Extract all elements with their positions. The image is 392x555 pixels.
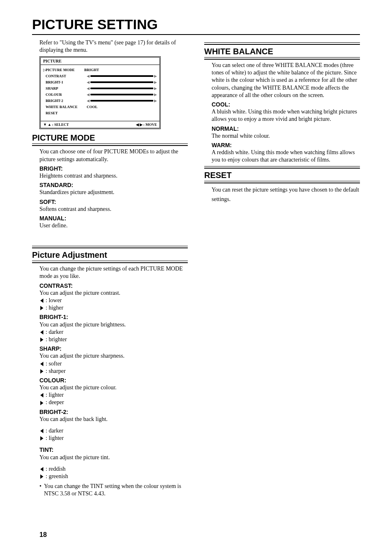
section-intro: You can select one of three WHITE BALANC… [212, 62, 360, 99]
reset-text: You can reset the picture settings you h… [212, 185, 360, 204]
sub-heading: TINT: [39, 446, 188, 453]
sub-heading: COOL: [212, 101, 360, 108]
chevron-up-icon: ▲ [48, 123, 51, 127]
page-number: 18 [39, 531, 47, 539]
left-column: Refer to "Using the TV's menu" (see page… [32, 39, 188, 498]
chevron-left-icon: ◀ [87, 92, 90, 97]
footer-move-label: : MOVE [143, 123, 157, 127]
slider: ◀▶ [87, 80, 157, 84]
menu-box-body: ▷ PICTURE MODE BRIGHT CONTRAST ◀▶ BRIGHT… [41, 65, 159, 121]
section-reset: RESET You can reset the picture settings… [204, 166, 360, 204]
chevron-left-icon: ◀ [40, 428, 44, 434]
chevron-left-icon: ◀ [40, 392, 44, 398]
chevron-right-icon: ▶ [40, 474, 44, 479]
menu-row: SHARP ◀▶ [43, 85, 157, 91]
sub-text: You can adjust the picture sharpness. [39, 352, 188, 360]
sub-heading: NORMAL: [212, 125, 360, 132]
menu-label: COLOUR [46, 92, 87, 97]
section-intro: You can change the picture settings of e… [39, 265, 188, 280]
direction-left: ◀ : darker [39, 427, 188, 435]
sub-text: User define. [39, 222, 188, 229]
menu-label: SHARP [46, 86, 87, 90]
chevron-right-icon: ▶ [40, 435, 44, 441]
menu-row: RESET [43, 110, 157, 116]
direction-right: ▶ : greenish [39, 473, 188, 480]
chevron-left-icon: ◀ [87, 74, 90, 78]
chevron-right-icon: ▶ [40, 400, 44, 406]
menu-value: BRIGHT [84, 68, 99, 72]
sub-text: You can adjust the picture brightness. [39, 321, 188, 328]
sub-heading: SHARP: [39, 345, 188, 352]
sub-text: Heightens contrast and sharpness. [39, 172, 188, 180]
chevron-left-icon: ◀ [40, 329, 44, 335]
chevron-left-icon: ◀ [87, 86, 90, 90]
menu-label: CONTRAST [46, 74, 87, 78]
sub-heading: MANUAL: [39, 215, 188, 222]
menu-label: RESET [46, 111, 87, 115]
chevron-right-icon: ▶ [40, 368, 44, 374]
footer-select-label: : SELECT [52, 123, 69, 127]
menu-row: CONTRAST ◀▶ [43, 73, 157, 79]
chevron-left-icon: ◀ [40, 361, 44, 367]
menu-row: COLOUR ◀▶ [43, 91, 157, 97]
direction-left: ◀ : lower [39, 297, 188, 304]
chevron-right-icon: ▶ [140, 123, 143, 127]
sub-text: Standardizes picture adjustment. [39, 189, 188, 196]
sub-heading: BRIGHT-2: [39, 408, 188, 416]
direction-right: ▶ : deeper [39, 399, 188, 406]
note: • You can change the TINT setting when t… [39, 483, 188, 497]
section-heading: RESET [204, 171, 360, 180]
title-rule [32, 34, 360, 35]
sub-heading: STANDARD: [39, 181, 188, 189]
right-column: WHITE BALANCE You can select one of thre… [204, 39, 360, 498]
sub-heading: CONTRAST: [39, 282, 188, 289]
menu-box-title: PICTURE [41, 58, 159, 65]
menu-value: COOL [87, 105, 98, 109]
menu-box: PICTURE ▷ PICTURE MODE BRIGHT CONTRAST ◀… [39, 56, 161, 129]
direction-left: ◀ : lighter [39, 391, 188, 399]
chevron-right-icon: ▶ [154, 74, 157, 78]
sub-text: A bluish white. Using this mode when wat… [212, 108, 360, 123]
menu-row: BRIGHT-1 ◀▶ [43, 79, 157, 85]
chevron-left-icon: ◀ [40, 466, 44, 472]
slider: ◀▶ [87, 86, 157, 90]
chevron-right-icon: ▶ [40, 305, 44, 311]
chevron-left-icon: ◀ [136, 123, 139, 127]
menu-row: WHITE BALANCE COOL [43, 104, 157, 110]
slider: ◀▶ [87, 99, 157, 103]
direction-right: ▶ : brighter [39, 336, 188, 343]
sub-text: You can adjust the picture tint. [39, 454, 188, 461]
chevron-left-icon: ◀ [40, 298, 44, 303]
intro-text: Refer to "Using the TV's menu" (see page… [39, 39, 188, 54]
chevron-left-icon: ◀ [87, 99, 90, 103]
section-intro: You can choose one of four PICTURE MODEs… [39, 148, 188, 163]
chevron-right-icon: ▶ [40, 337, 44, 342]
sub-heading: COLOUR: [39, 377, 188, 384]
sub-text: A reddish white. Using this mode when wa… [212, 149, 360, 164]
section-heading: Picture Adjustment [32, 250, 188, 260]
chevron-right-icon: ▶ [154, 99, 157, 103]
direction-right: ▶ : lighter [39, 435, 188, 442]
sub-heading: BRIGHT-1: [39, 313, 188, 321]
slider: ◀▶ [87, 74, 157, 78]
menu-row: BRIGHT-2 ◀▶ [43, 97, 157, 104]
sub-heading: BRIGHT: [39, 165, 188, 172]
sub-text: You can adjust the picture contrast. [39, 289, 188, 297]
slider: ◀▶ [87, 92, 157, 97]
menu-label: WHITE BALANCE [46, 105, 87, 109]
direction-left: ◀ : reddish [39, 465, 188, 473]
sub-text: Softens contrast and sharpness. [39, 206, 188, 213]
sub-text: You can adjust the back light. [39, 416, 188, 423]
section-picture-adjustment: Picture Adjustment You can change the pi… [32, 246, 188, 497]
direction-left: ◀ : softer [39, 360, 188, 368]
chevron-right-icon: ▶ [154, 92, 157, 97]
menu-label: BRIGHT-1 [46, 80, 87, 84]
section-picture-mode: PICTURE MODE You can choose one of four … [32, 133, 188, 229]
sub-heading: SOFT: [39, 198, 188, 206]
sub-text: The normal white colour. [212, 132, 360, 140]
menu-box-footer: ▼▲ : SELECT ◀▶ : MOVE [41, 121, 159, 128]
chevron-right-icon: ▶ [154, 86, 157, 90]
chevron-down-icon: ▼ [43, 123, 47, 127]
chevron-right-icon: ▶ [154, 80, 157, 84]
chevron-left-icon: ◀ [87, 80, 90, 84]
